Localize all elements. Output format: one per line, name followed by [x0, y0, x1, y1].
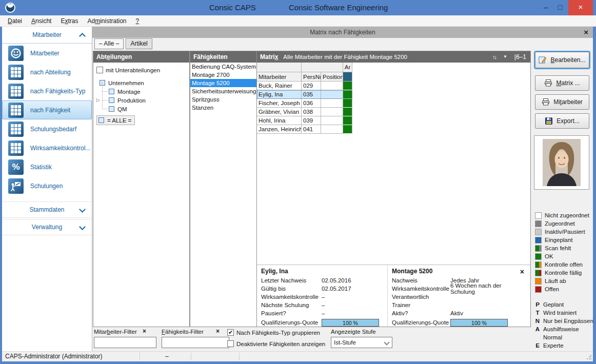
sidebar-item-nach-abteilung[interactable]: nach Abteilung — [2, 63, 92, 82]
field-label: Wirksamkeitskontrolle — [392, 286, 450, 292]
menu-ansicht[interactable]: Ansicht — [27, 16, 56, 26]
menu-extras[interactable]: Extras — [56, 16, 83, 26]
skill-item-selected[interactable]: Montage 5200 — [190, 79, 256, 87]
color-swatch-half — [539, 213, 541, 218]
quote-progressbar: 100 % — [450, 319, 508, 327]
button-label: Matrix ... — [556, 79, 580, 87]
tab-alle[interactable]: – Alle – — [94, 38, 124, 49]
tree-checkbox[interactable] — [109, 97, 114, 103]
tree-expander-icon[interactable]: ▷ — [96, 97, 100, 103]
panel-close-icon[interactable]: × — [584, 27, 588, 38]
skill-item[interactable]: Bedienung CAQ-System — [190, 63, 256, 71]
skill-item[interactable]: Sicherheitsunterweisung — [190, 87, 256, 95]
show-inactive-checkbox-row[interactable]: Deaktivierte Fähigkeiten anzeigen — [227, 340, 325, 347]
status-cell[interactable] — [343, 82, 352, 90]
tree-node-produktion[interactable]: ▷ Produktion — [109, 96, 189, 105]
close-button[interactable]: × — [568, 0, 593, 15]
skill-column-header-cell[interactable] — [343, 72, 352, 82]
legend-item: Nicht zugeordnet — [535, 211, 593, 219]
print-matrix-button[interactable]: Matrix ... — [535, 75, 589, 91]
skill-item[interactable]: Spritzguss — [190, 95, 256, 104]
table-row[interactable]: Hohl, Irina 039 — [257, 116, 352, 125]
tree-checkbox[interactable] — [109, 106, 114, 112]
table-row[interactable]: Fischer, Joseph 036 — [257, 99, 352, 108]
table-row[interactable]: Buck, Rainer 029 — [257, 82, 352, 90]
checkbox-unchecked[interactable] — [227, 340, 234, 347]
resize-grip[interactable] — [586, 355, 591, 360]
sidebar-item-mitarbeiter[interactable]: Mitarbeiter — [2, 44, 92, 63]
sidebar-item-nach-faehigkeit[interactable]: nach Fähigkeit — [2, 100, 92, 119]
clear-filter-icon[interactable]: × — [143, 328, 146, 335]
field-label: Wirksamkeitskontrolle — [261, 294, 322, 300]
color-swatch — [535, 270, 542, 276]
minimize-button[interactable]: – — [539, 0, 553, 15]
statusbar-user: CAPS-Administrator (Administrator) — [5, 352, 102, 361]
grid-icon — [8, 84, 24, 99]
tab-artikel[interactable]: Artikel — [126, 38, 152, 49]
column-header-persnr[interactable]: PersNr — [302, 72, 321, 82]
faehigkeits-filter-input[interactable] — [162, 337, 229, 348]
mitarbeiter-filter-input[interactable] — [94, 337, 156, 348]
table-row-selected[interactable]: Eylig, Ina 035 — [257, 90, 352, 99]
cell-position — [321, 125, 343, 134]
unterabteilungen-checkbox-row[interactable]: mit Unterabteilungen — [96, 67, 189, 73]
table-row[interactable]: Janzen, Heinrich 041 — [257, 125, 352, 134]
group-by-type-checkbox-row[interactable]: ✔ Nach Fähigkeits-Typ gruppieren — [227, 329, 320, 336]
legend-item: Offen — [535, 285, 593, 293]
bearbeiten-button[interactable]: Bearbeiten... — [535, 52, 589, 68]
status-cell[interactable] — [343, 90, 352, 99]
sidebar-item-wirksamkeitskontrolle[interactable]: Wirksamkeitskontrol... — [2, 138, 92, 157]
skill-item[interactable]: Stanzen — [190, 104, 256, 112]
matrix-header-row: Mitarbeiter PersNr Position — [257, 72, 352, 82]
status-cell[interactable] — [343, 125, 352, 134]
legend-label: Zugeordnet — [545, 220, 575, 227]
cell-persnr: 041 — [302, 125, 321, 134]
label-part: Matri — [260, 53, 275, 60]
sidebar-group-verwaltung[interactable]: Verwaltung — [2, 219, 92, 235]
sidebar-item-nach-faehigkeits-typ[interactable]: nach Fähigkeits-Typ — [2, 82, 92, 100]
column-header-position[interactable]: Position — [321, 72, 343, 82]
status-cell[interactable] — [343, 108, 352, 116]
column-header-mitarbeiter[interactable]: Mitarbeiter — [257, 72, 302, 82]
sidebar-group-stammdaten[interactable]: Stammdaten — [2, 201, 92, 218]
sidebar-item-statistik[interactable]: % Statistik — [2, 157, 92, 176]
detail-close-icon[interactable]: × — [520, 268, 524, 276]
menu-help[interactable]: ? — [131, 16, 144, 26]
print-mitarbeiter-button[interactable]: Mitarbeiter — [535, 94, 589, 110]
tree-node-montage[interactable]: Montage — [109, 87, 189, 96]
cell-position — [321, 108, 343, 116]
sidebar-item-schulungen[interactable]: Schulungen — [2, 176, 92, 195]
maximize-button[interactable]: □ — [553, 0, 567, 15]
tree-checkbox[interactable] — [98, 117, 104, 123]
menu-administration[interactable]: Administration — [83, 16, 131, 26]
legend-label: Kontrolle fällig — [545, 270, 582, 276]
tree-node-alle[interactable]: = ALLE = — [96, 115, 135, 125]
sidebar-item-schulungsbedarf[interactable]: Schulungsbedarf — [2, 119, 92, 138]
app-logo-icon — [5, 3, 15, 13]
field-label: Gültig bis — [261, 286, 322, 292]
checkbox-unchecked[interactable] — [96, 67, 103, 73]
statusbar-value: – — [165, 352, 169, 361]
sidebar-group-mitarbeiter[interactable]: Mitarbeiter — [2, 27, 92, 44]
legend-label: Nur bei Engpässen — [543, 318, 593, 324]
status-cell[interactable] — [343, 99, 352, 108]
status-cell[interactable] — [343, 116, 352, 125]
export-button[interactable]: Export... — [535, 113, 589, 129]
abteilungen-header: Abteilungen — [93, 51, 189, 63]
table-row[interactable]: Gräbner, Vivian 038 — [257, 108, 352, 116]
skill-item[interactable]: Montage 2700 — [190, 71, 256, 79]
panel-titlebar: Matrix nach Fähigkeiten × — [92, 27, 593, 38]
stufe-select[interactable]: Ist-Stufe — [331, 337, 392, 348]
tree-checkbox[interactable] — [109, 89, 114, 94]
checkbox-checked[interactable]: ✔ — [227, 329, 234, 336]
refresh-icon[interactable]: ↑↓ — [492, 51, 496, 63]
tree-node-qm[interactable]: QM — [109, 105, 189, 113]
sidebar-item-label: Schulungen — [30, 183, 63, 190]
legend-label: OK — [545, 253, 553, 259]
clear-filter-icon[interactable]: × — [216, 328, 220, 335]
matrix-group-row: Ar — [257, 63, 352, 72]
legend-item: Läuft ab — [535, 277, 593, 285]
dropdown-icon[interactable]: ▼ — [503, 51, 507, 63]
menu-datei[interactable]: Datei — [3, 16, 27, 26]
tree-node-unternehmen[interactable]: Unternehmen — [100, 78, 189, 87]
